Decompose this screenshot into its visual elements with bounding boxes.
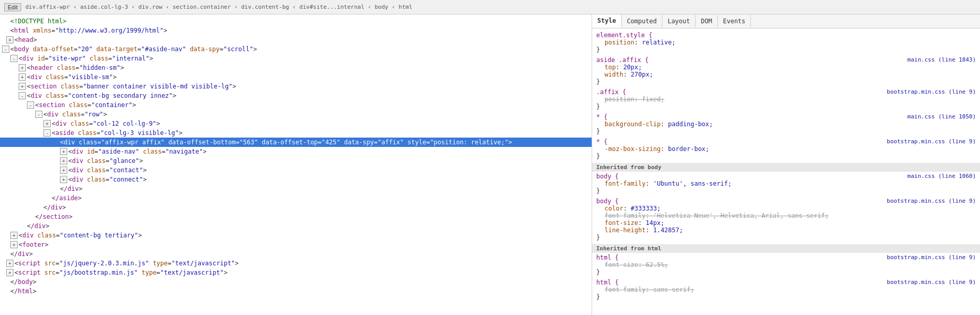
html-line[interactable]: </div>	[0, 249, 592, 259]
css-source[interactable]: bootstrap.min.css (line 9)	[887, 88, 976, 95]
tree-toggle[interactable]: +	[6, 260, 13, 267]
html-line[interactable]: </div>	[0, 221, 592, 231]
tab-style[interactable]: Style	[592, 14, 622, 28]
html-line[interactable]: +<script src="js/jquery-2.0.3.min.js" ty…	[0, 259, 592, 268]
css-prop-name: font-family	[605, 286, 645, 293]
html-line[interactable]: +<script src="js/bootstrap.min.js" type=…	[0, 268, 592, 277]
html-content: <body data-offset="20" data-target="#asi…	[10, 44, 257, 54]
html-line[interactable]: </section>	[0, 212, 592, 221]
css-selector-line: .affix {bootstrap.min.css (line 9)	[596, 88, 976, 96]
html-line[interactable]: <html xmlns="http://www.w3.org/1999/html…	[0, 26, 592, 35]
html-content: <div class="connect">	[68, 175, 147, 184]
css-source[interactable]: bootstrap.min.css (line 9)	[887, 198, 976, 204]
html-content: <div id="site-wpr" class="internal">	[19, 54, 153, 63]
css-source[interactable]: main.css (line 1050)	[908, 113, 976, 120]
tree-toggle[interactable]: +	[43, 120, 51, 127]
html-content: <div class="content-bg tertiary">	[19, 231, 142, 240]
tree-toggle[interactable]: -	[43, 129, 51, 137]
css-source[interactable]: main.css (line 1060)	[908, 173, 976, 179]
html-line[interactable]: -<div class="row">	[0, 110, 592, 119]
css-prop-name: font-size	[605, 261, 638, 268]
html-content: </div>	[27, 221, 49, 231]
html-content: <head>	[14, 35, 37, 44]
html-content: <div class="affix-wpr affix" data-offset…	[60, 138, 512, 147]
html-content: </html>	[10, 287, 37, 296]
css-close-brace: }	[596, 234, 976, 241]
tree-toggle[interactable]: -	[27, 101, 34, 109]
html-line[interactable]: +<div class="col-12 col-lg-9">	[0, 119, 592, 128]
css-close-brace: }	[596, 103, 976, 110]
html-content: </div>	[10, 249, 33, 259]
css-property-line: position: fixed;	[596, 96, 976, 103]
html-line[interactable]: +<div class="contact">	[0, 166, 592, 175]
html-panel[interactable]: <!DOCTYPE html><html xmlns="http://www.w…	[0, 14, 592, 315]
css-source[interactable]: main.css (line 1843)	[908, 56, 976, 63]
breadcrumb-bar: Edit div.affix-wpr ‹ aside.col-lg-3 ‹ di…	[0, 0, 980, 14]
tree-toggle[interactable]: +	[60, 148, 67, 155]
css-close-brace: }	[596, 128, 976, 135]
html-line[interactable]: +<footer>	[0, 240, 592, 249]
tree-toggle[interactable]: -	[19, 92, 26, 99]
tree-toggle[interactable]: +	[10, 232, 18, 239]
html-content: </body>	[10, 277, 37, 287]
html-line[interactable]: +<div class="glance">	[0, 156, 592, 166]
tree-toggle[interactable]: +	[19, 73, 26, 81]
html-line[interactable]: +<div class="content-bg tertiary">	[0, 231, 592, 240]
html-line[interactable]: -<div class="content-bg secondary innez"…	[0, 91, 592, 100]
css-prop-name: font-family	[605, 212, 645, 219]
html-line[interactable]: -<section class="container">	[0, 100, 592, 110]
css-prop-val: fixed;	[642, 96, 664, 103]
html-line[interactable]: +<head>	[0, 35, 592, 44]
css-source[interactable]: bootstrap.min.css (line 9)	[887, 138, 976, 145]
css-prop-val: relative;	[642, 39, 675, 46]
html-line[interactable]: </body>	[0, 277, 592, 287]
html-content: <footer>	[19, 240, 49, 249]
html-content: <div class="contact">	[68, 166, 147, 175]
html-line[interactable]: </html>	[0, 287, 592, 296]
html-line[interactable]: </aside>	[0, 193, 592, 203]
css-property-line: color: #333333;	[596, 205, 976, 212]
html-line[interactable]: </div>	[0, 203, 592, 212]
html-content: <script src="js/jquery-2.0.3.min.js" typ…	[14, 259, 239, 268]
css-selector: .affix {	[596, 88, 626, 96]
tree-toggle[interactable]: +	[60, 167, 67, 174]
tab-events[interactable]: Events	[718, 15, 751, 27]
tab-computed[interactable]: Computed	[622, 15, 662, 27]
css-property-line: -moz-box-sizing: border-box;	[596, 145, 976, 153]
tree-toggle[interactable]: +	[60, 157, 67, 164]
css-prop-val: 270px;	[631, 71, 653, 78]
tree-toggle[interactable]: -	[2, 46, 9, 53]
html-line[interactable]: -<div id="site-wpr" class="internal">	[0, 54, 592, 63]
html-line[interactable]: -<body data-offset="20" data-target="#as…	[0, 44, 592, 54]
css-source[interactable]: bootstrap.min.css (line 9)	[887, 279, 976, 286]
tree-toggle[interactable]: +	[19, 83, 26, 90]
html-line[interactable]: -<aside class="col-lg-3 visible-lg">	[0, 128, 592, 138]
html-line[interactable]: <!DOCTYPE html>	[0, 17, 592, 26]
html-line[interactable]: +<section class="banner container visibl…	[0, 82, 592, 91]
html-line[interactable]: +<header class="hidden-sm">	[0, 63, 592, 72]
css-close-brace: }	[596, 46, 976, 53]
css-prop-name: background-clip	[605, 121, 660, 128]
css-source[interactable]: bootstrap.min.css (line 9)	[887, 254, 976, 261]
tree-toggle[interactable]: -	[10, 55, 18, 62]
html-line[interactable]: +<div id="aside-nav" class="navigate">	[0, 147, 592, 156]
tab-dom[interactable]: DOM	[696, 15, 718, 27]
tree-toggle[interactable]: +	[6, 269, 13, 276]
html-content: <div class="visible-sm">	[27, 72, 116, 82]
edit-button[interactable]: Edit	[4, 3, 21, 11]
css-property-line: width: 270px;	[596, 71, 976, 78]
tree-toggle[interactable]: -	[35, 111, 42, 118]
tree-toggle[interactable]: +	[10, 241, 18, 248]
html-line[interactable]: +<div class="connect">	[0, 175, 592, 184]
css-property-line: position: relative;	[596, 39, 976, 46]
css-prop-val: 20px;	[623, 64, 642, 71]
html-line[interactable]: +<div class="visible-sm">	[0, 72, 592, 82]
css-selector: body {	[596, 173, 619, 180]
tree-toggle[interactable]: +	[19, 64, 26, 71]
tree-toggle[interactable]: +	[6, 36, 13, 43]
css-rule: body {main.css (line 1060)font-family: '…	[592, 172, 980, 196]
tree-toggle[interactable]: +	[60, 176, 67, 183]
tab-layout[interactable]: Layout	[662, 15, 696, 27]
html-line[interactable]: </div>	[0, 184, 592, 193]
html-line[interactable]: <div class="affix-wpr affix" data-offset…	[0, 138, 592, 147]
